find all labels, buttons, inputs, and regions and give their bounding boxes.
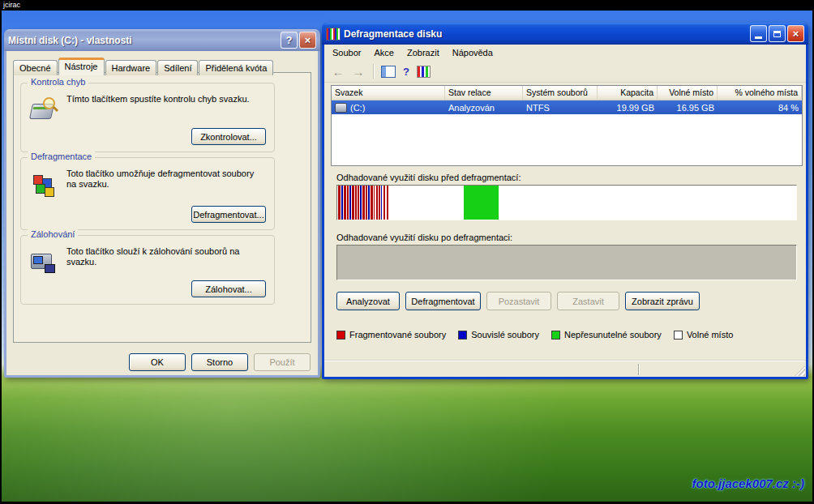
toolbar-help-icon[interactable]: ? [400,66,413,78]
group-defragment-title: Defragmentace [28,152,95,161]
minimize-button[interactable] [750,25,767,42]
column-stav-relace[interactable]: Stav relace [445,86,523,100]
minimize-icon [755,36,762,39]
column-svazek[interactable]: Svazek [332,86,445,100]
tab-pridelena-kvota[interactable]: Přidělená kvóta [199,60,273,75]
properties-window: Místní disk (C:) - vlastnosti ? × Obecné… [4,29,320,378]
cell-volume: (C:) [332,103,445,113]
tab-obecne[interactable]: Obecné [13,60,58,75]
view-report-button[interactable]: Zobrazit zprávu [625,292,700,310]
usage-segment-F [344,186,346,220]
close-icon: × [305,35,311,45]
tools-tab-pane: Kontrola chyb Tímto tlačítkem spustíte k… [13,72,311,343]
pause-button[interactable]: Pozastavit [486,292,551,310]
top-overlay-label: jcirac [3,1,20,9]
close-button[interactable]: × [787,25,804,42]
column-system-souboru[interactable]: Systém souborů [523,86,598,100]
properties-body: Obecné Nástroje Hardware Sdílení Přiděle… [6,51,318,375]
usage-segment-C [381,186,383,220]
back-icon[interactable]: ← [330,65,346,79]
disk-icon [335,103,347,113]
usage-segment-F [338,186,341,220]
help-icon: ? [286,35,293,45]
group-error-check-title: Kontrola chyb [28,77,88,87]
defrag-window-title: Defragmentace disku [344,28,442,40]
before-usage-label: Odhadované využití disku před defragment… [336,173,521,182]
defrag-app-icon [326,28,341,41]
group-backup-title: Zálohování [28,229,78,239]
stop-button[interactable]: Zastavit [557,292,619,310]
group-error-check-text: Tímto tlačítkem spustíte kontrolu chyb s… [66,94,263,105]
legend-label-contiguous: Souvislé soubory [471,330,539,340]
toolbar-view-icon[interactable] [417,66,431,78]
apply-button[interactable]: Použít [254,353,311,371]
legend-swatch-contiguous [458,331,467,340]
menu-napoveda[interactable]: Nápověda [446,45,499,60]
tab-strip: Obecné Nástroje Hardware Sdílení Přiděle… [13,58,274,75]
volume-name: (C:) [350,103,365,113]
legend-label-fragmented: Fragmentované soubory [349,330,446,340]
cancel-button[interactable]: Storno [191,353,248,371]
properties-window-title: Místní disk (C:) - vlastnosti [8,35,132,46]
cell-capacity: 19.99 GB [598,103,658,113]
column-volne-misto[interactable]: Volné místo [658,86,718,100]
menubar: Soubor Akce Zobrazit Nápověda [324,45,806,61]
defrag-titlebar[interactable]: Defragmentace disku × [322,23,808,45]
tab-sdileni[interactable]: Sdílení [157,60,198,75]
group-error-check: Kontrola chyb Tímto tlačítkem spustíte k… [20,83,275,152]
usage-segment-F [366,186,367,220]
close-button[interactable]: × [299,32,316,49]
legend-swatch-unmovable [551,331,560,340]
group-backup-text: Toto tlačítko slouží k zálohování soubor… [66,246,263,267]
dialog-footer-buttons: OK Storno Použít [129,353,311,371]
usage-segment-F [387,186,388,220]
menu-akce[interactable]: Akce [367,45,400,60]
usage-segment-C [349,186,351,220]
usage-segment-F [358,186,359,220]
usage-segment-F [371,186,372,220]
console-tree-icon[interactable] [381,66,396,78]
defragment-icon [31,171,57,197]
forward-icon[interactable]: → [350,65,366,79]
legend-label-free: Volné místo [687,330,733,340]
usage-segment-F [383,186,385,220]
toolbar: ← → ? [324,61,806,83]
status-separator [638,364,640,375]
column-kapacita[interactable]: Kapacita [598,86,658,100]
statusbar [324,361,806,377]
usage-segment-F [379,186,380,220]
usage-segment-U [464,186,498,220]
ok-button[interactable]: OK [129,353,186,371]
usage-segment-C [341,186,343,220]
tab-hardware[interactable]: Hardware [105,60,157,75]
properties-titlebar[interactable]: Místní disk (C:) - vlastnosti ? × [4,29,320,51]
maximize-button[interactable] [769,25,786,42]
analyze-button[interactable]: Analyzovat [336,292,400,310]
usage-segment-F [376,186,378,220]
cell-free-pct: 84 % [718,103,802,113]
backup-now-button[interactable]: Zálohovat... [191,280,266,297]
legend-swatch-free [674,331,683,340]
check-now-button[interactable]: Zkontrolovat... [191,128,266,145]
group-defragment: Defragmentace Toto tlačítko umožňuje def… [20,157,275,230]
cell-filesystem: NTFS [523,103,598,113]
legend-label-unmovable: Nepřesunutelné soubory [564,330,662,340]
tab-nastroje[interactable]: Nástroje [58,58,105,75]
after-usage-bar [336,245,797,280]
watermark: foto.jjacek007.cz :-) [692,476,804,490]
maximize-icon [773,31,781,37]
defrag-body: Soubor Akce Zobrazit Nápověda ← → ? Svaz… [324,45,806,377]
defragment-now-button[interactable]: Defragmentovat... [191,206,266,223]
menu-soubor[interactable]: Soubor [326,45,367,60]
usage-segment-C [368,186,370,220]
usage-segment-F [374,186,375,220]
volume-row-c[interactable]: (C:) Analyzován NTFS 19.99 GB 16.95 GB 8… [332,100,802,114]
help-button[interactable]: ? [281,32,298,49]
defrag-window: Defragmentace disku × Soubor Akce Zobraz… [322,23,808,379]
close-icon: × [793,28,799,39]
resize-grip[interactable] [795,365,805,376]
menu-zobrazit[interactable]: Zobrazit [401,45,446,60]
column-pct-volneho-mista[interactable]: % volného místa [718,86,802,100]
defragment-button[interactable]: Defragmentovat [405,292,481,310]
volume-list: Svazek Stav relace Systém souborů Kapaci… [331,85,803,166]
